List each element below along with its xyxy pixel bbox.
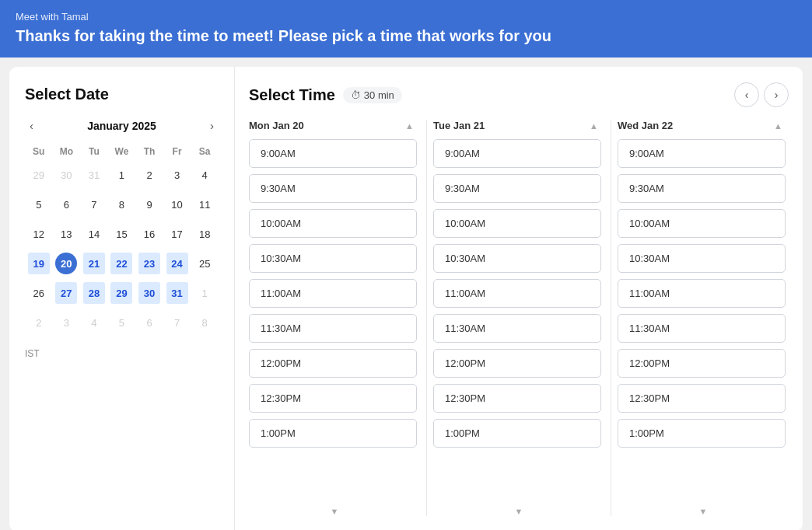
time-panel-title: Select Time	[249, 86, 335, 104]
calendar-day-cell[interactable]: 7	[80, 190, 108, 219]
duration-badge: ⏱ 30 min	[343, 87, 402, 103]
calendar-day-cell: 2	[25, 308, 53, 337]
time-slot[interactable]: 1:00PM	[618, 419, 786, 448]
calendar-day-cell: 6	[135, 308, 163, 337]
calendar-day-cell[interactable]: 31	[163, 278, 191, 308]
calendar-day-cell[interactable]: 13	[53, 219, 81, 249]
calendar-next-button[interactable]: ›	[205, 117, 219, 134]
calendar-day-cell: 4	[80, 308, 108, 337]
calendar-day-cell[interactable]: 25	[191, 249, 219, 278]
calendar-day-cell[interactable]: 22	[108, 249, 136, 278]
time-slot[interactable]: 10:00AM	[618, 209, 786, 238]
scroll-down-arrow: ▼	[618, 504, 789, 516]
calendar-grid: SuMoTuWeThFrSa 2930311234567891011121314…	[25, 143, 219, 337]
time-slot[interactable]: 11:00AM	[249, 279, 417, 308]
time-slot[interactable]: 10:00AM	[249, 209, 417, 238]
day-column-header: Tue Jan 21▲	[433, 120, 604, 139]
cal-day-header: We	[108, 143, 136, 160]
cal-day-header: Sa	[191, 143, 219, 160]
calendar-day-cell: 31	[80, 160, 108, 190]
slots-scroll[interactable]: 9:00AM9:30AM10:00AM10:30AM11:00AM11:30AM…	[618, 139, 789, 504]
day-column-header: Wed Jan 22▲	[618, 120, 789, 139]
calendar-day-cell[interactable]: 9	[135, 190, 163, 219]
calendar-day-cell[interactable]: 21	[80, 249, 108, 278]
columns-container: Mon Jan 20▲9:00AM9:30AM10:00AM10:30AM11:…	[249, 120, 789, 516]
calendar-day-cell[interactable]: 28	[80, 278, 108, 308]
calendar-day-cell: 8	[191, 308, 219, 337]
time-prev-button[interactable]: ‹	[734, 82, 759, 107]
slots-scroll[interactable]: 9:00AM9:30AM10:00AM10:30AM11:00AM11:30AM…	[433, 139, 604, 504]
slots-scroll[interactable]: 9:00AM9:30AM10:00AM10:30AM11:00AM11:30AM…	[249, 139, 420, 504]
scroll-up-arrow: ▲	[590, 121, 598, 131]
calendar-day-cell[interactable]: 26	[25, 278, 53, 308]
calendar-day-cell[interactable]: 19	[25, 249, 53, 278]
calendar-day-cell[interactable]: 2	[135, 160, 163, 190]
calendar-day-cell[interactable]: 1	[108, 160, 136, 190]
time-slot[interactable]: 11:30AM	[433, 314, 601, 343]
calendar-day-cell[interactable]: 14	[80, 219, 108, 249]
calendar-day-cell[interactable]: 8	[108, 190, 136, 219]
clock-icon: ⏱	[351, 89, 361, 101]
calendar-day-cell[interactable]: 15	[108, 219, 136, 249]
time-slot[interactable]: 10:30AM	[618, 244, 786, 273]
time-panel-header: Select Time ⏱ 30 min ‹ ›	[249, 82, 789, 107]
calendar-day-cell[interactable]: 20	[53, 249, 81, 278]
time-slot[interactable]: 12:30PM	[433, 384, 601, 413]
time-slot[interactable]: 12:30PM	[618, 384, 786, 413]
header-title: Thanks for taking the time to meet! Plea…	[16, 27, 796, 45]
time-slot[interactable]: 9:00AM	[618, 139, 786, 168]
calendar-day-cell[interactable]: 29	[108, 278, 136, 308]
calendar-panel: Select Date ‹ January 2025 › SuMoTuWeThF…	[9, 67, 235, 530]
time-slot[interactable]: 12:00PM	[433, 349, 601, 378]
scroll-up-arrow: ▲	[405, 121, 414, 131]
calendar-day-cell[interactable]: 16	[135, 219, 163, 249]
time-slot[interactable]: 11:00AM	[433, 279, 601, 308]
column-divider	[426, 120, 427, 516]
main-card: Select Date ‹ January 2025 › SuMoTuWeThF…	[9, 67, 803, 530]
time-slot[interactable]: 12:00PM	[249, 349, 417, 378]
time-slot[interactable]: 9:00AM	[433, 139, 601, 168]
time-next-button[interactable]: ›	[764, 82, 789, 107]
time-slot[interactable]: 1:00PM	[433, 419, 601, 448]
time-slot[interactable]: 9:30AM	[249, 174, 417, 203]
calendar-prev-button[interactable]: ‹	[25, 117, 38, 134]
time-slot[interactable]: 11:00AM	[618, 279, 786, 308]
time-slot[interactable]: 10:00AM	[433, 209, 601, 238]
time-slot[interactable]: 12:30PM	[249, 384, 417, 413]
calendar-day-cell[interactable]: 27	[53, 278, 81, 308]
time-slot[interactable]: 9:30AM	[433, 174, 601, 203]
cal-day-header: Mo	[53, 143, 81, 160]
time-slot[interactable]: 9:00AM	[249, 139, 417, 168]
cal-day-header: Tu	[80, 143, 108, 160]
calendar-day-cell[interactable]: 5	[25, 190, 53, 219]
duration-value: 30 min	[364, 89, 394, 101]
calendar-section-title: Select Date	[25, 85, 219, 103]
time-slot[interactable]: 12:00PM	[618, 349, 786, 378]
calendar-day-cell[interactable]: 24	[163, 249, 191, 278]
header-subtitle: Meet with Tamal	[16, 11, 796, 23]
time-slot[interactable]: 1:00PM	[249, 419, 417, 448]
calendar-day-cell: 5	[108, 308, 136, 337]
calendar-day-cell[interactable]: 30	[135, 278, 163, 308]
header: Meet with Tamal Thanks for taking the ti…	[0, 0, 812, 58]
timezone-label: IST	[25, 348, 219, 359]
day-label: Wed Jan 22	[618, 120, 673, 131]
calendar-day-cell[interactable]: 18	[191, 219, 219, 249]
scroll-down-arrow: ▼	[433, 504, 604, 516]
calendar-day-cell[interactable]: 4	[191, 160, 219, 190]
time-slot[interactable]: 9:30AM	[618, 174, 786, 203]
cal-day-header: Fr	[163, 143, 191, 160]
time-slot[interactable]: 10:30AM	[249, 244, 417, 273]
day-column: Tue Jan 21▲9:00AM9:30AM10:00AM10:30AM11:…	[433, 120, 604, 516]
calendar-day-cell[interactable]: 11	[191, 190, 219, 219]
time-slot[interactable]: 10:30AM	[433, 244, 601, 273]
time-slot[interactable]: 11:30AM	[249, 314, 417, 343]
calendar-day-cell[interactable]: 12	[25, 219, 53, 249]
calendar-day-cell: 3	[53, 308, 81, 337]
calendar-day-cell[interactable]: 17	[163, 219, 191, 249]
calendar-day-cell[interactable]: 10	[163, 190, 191, 219]
calendar-day-cell[interactable]: 6	[53, 190, 81, 219]
calendar-day-cell[interactable]: 3	[163, 160, 191, 190]
calendar-day-cell[interactable]: 23	[135, 249, 163, 278]
time-slot[interactable]: 11:30AM	[618, 314, 786, 343]
